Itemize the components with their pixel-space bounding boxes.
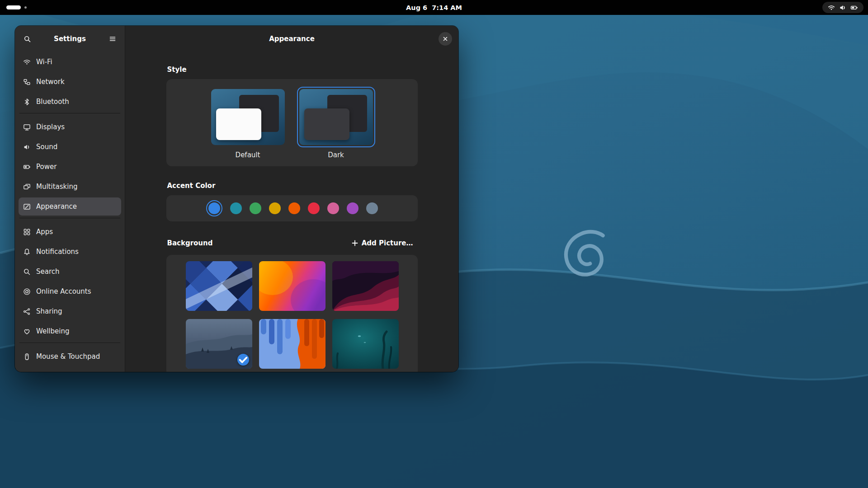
- sidebar-item-wellbeing[interactable]: Wellbeing: [19, 322, 121, 340]
- sidebar-item-mouse-touchpad[interactable]: Mouse & Touchpad: [19, 347, 121, 366]
- sidebar-item-notifications[interactable]: Notifications: [19, 243, 121, 261]
- background-section-header: Background Add Picture…: [167, 237, 417, 249]
- sidebar-item-apps[interactable]: Apps: [19, 223, 121, 241]
- accent-swatch-pink[interactable]: [327, 202, 339, 214]
- main-menu-button[interactable]: [105, 31, 120, 47]
- sound-icon: [23, 143, 31, 151]
- background-section-label: Background: [167, 239, 213, 247]
- style-card: Default Dark: [166, 79, 418, 166]
- background-grid: [166, 255, 418, 372]
- sidebar-item-displays[interactable]: Displays: [19, 118, 121, 136]
- style-option-label: Dark: [328, 151, 344, 159]
- sidebar-item-multitasking[interactable]: Multitasking: [19, 178, 121, 196]
- wallpaper-thumb-blue-orange-drips[interactable]: [259, 319, 326, 369]
- workspace-dot-icon: [24, 6, 27, 9]
- appearance-content: Style Default: [166, 52, 418, 372]
- sidebar-item-appearance[interactable]: Appearance: [19, 197, 121, 216]
- sidebar-item-network[interactable]: Network: [19, 73, 121, 91]
- sidebar-item-label: Apps: [36, 228, 53, 236]
- wallpaper-thumb-blue-dunes[interactable]: [186, 319, 252, 369]
- sidebar-item-wifi[interactable]: Wi-Fi: [19, 53, 121, 71]
- add-picture-button[interactable]: Add Picture…: [348, 237, 417, 249]
- sidebar-item-label: Appearance: [36, 202, 77, 211]
- settings-sidebar: Settings Wi-Fi Network: [15, 26, 125, 372]
- sidebar-item-label: Power: [36, 163, 57, 171]
- wallpaper-thumb-geometric-blue[interactable]: [186, 261, 252, 311]
- date-label: Aug 6: [406, 4, 427, 11]
- style-option-dark[interactable]: Dark: [297, 87, 375, 159]
- style-dark-frame-selected: [297, 87, 375, 147]
- accent-section-label: Accent Color: [167, 182, 418, 190]
- power-icon: [23, 163, 31, 171]
- wellbeing-heart-icon: [23, 328, 31, 335]
- sidebar-item-search[interactable]: Search: [19, 263, 121, 281]
- accent-swatch-red[interactable]: [308, 202, 320, 214]
- clock-menu[interactable]: Aug 6 7:14 AM: [400, 0, 468, 15]
- accent-swatch-yellow[interactable]: [269, 202, 281, 214]
- wallpaper-art-dark-red-waves: [332, 261, 399, 311]
- style-option-label: Default: [236, 151, 260, 159]
- preview-front-window-light: [216, 108, 261, 140]
- style-option-default[interactable]: Default: [209, 87, 287, 159]
- accent-swatch-orange[interactable]: [288, 202, 300, 214]
- top-bar: Aug 6 7:14 AM: [0, 0, 868, 15]
- search-button[interactable]: [19, 31, 35, 47]
- sidebar-item-label: Displays: [36, 123, 65, 131]
- active-workspace-pill-icon: [6, 5, 21, 9]
- sidebar-item-label: Notifications: [36, 248, 79, 256]
- style-dark-preview: [299, 89, 373, 145]
- bell-icon: [23, 248, 31, 256]
- wifi-icon: [828, 4, 835, 11]
- time-label: 7:14 AM: [432, 4, 462, 11]
- sidebar-item-label: Multitasking: [36, 183, 77, 191]
- battery-icon: [850, 4, 858, 11]
- accent-swatch-green[interactable]: [250, 202, 261, 214]
- sidebar-item-label: Mouse & Touchpad: [36, 352, 100, 361]
- wallpaper-thumb-dark-red-waves[interactable]: [332, 261, 399, 311]
- wallpaper-thumb-teal-underwater[interactable]: [332, 319, 399, 369]
- accent-swatch-purple[interactable]: [347, 202, 359, 214]
- accent-swatch-slate[interactable]: [366, 202, 378, 214]
- sidebar-item-sharing[interactable]: Sharing: [19, 302, 121, 320]
- sidebar-item-sound[interactable]: Sound: [19, 138, 121, 156]
- sidebar-item-online-accounts[interactable]: Online Accounts: [19, 282, 121, 300]
- wallpaper-thumb-orange-purple-gradient[interactable]: [259, 261, 326, 311]
- search-icon: [24, 35, 31, 43]
- window-header: Appearance: [125, 26, 458, 52]
- wifi-icon: [23, 58, 31, 66]
- accent-swatch-blue-selected[interactable]: [206, 200, 222, 216]
- appearance-icon: [23, 203, 31, 211]
- system-status-menu[interactable]: [822, 2, 863, 13]
- wallpaper-art-orange-purple: [259, 261, 326, 311]
- hamburger-menu-icon: [109, 35, 116, 42]
- wallpaper-art-blue-orange-drips: [259, 319, 326, 369]
- debian-swirl-logo: [557, 228, 612, 283]
- sidebar-separator: [19, 113, 120, 113]
- sharing-icon: [23, 308, 31, 315]
- add-picture-label: Add Picture…: [362, 239, 413, 247]
- sidebar-item-label: Bluetooth: [36, 98, 69, 106]
- wallpaper-art-geometric-blue: [186, 261, 252, 311]
- sidebar-item-power[interactable]: Power: [19, 158, 121, 176]
- sidebar-item-label: Wi-Fi: [36, 58, 52, 66]
- sidebar-separator: [19, 218, 120, 218]
- sidebar-item-label: Sharing: [36, 307, 62, 315]
- check-icon: [237, 354, 249, 366]
- sidebar-item-bluetooth[interactable]: Bluetooth: [19, 93, 121, 111]
- sidebar-separator: [19, 343, 120, 343]
- volume-icon: [839, 4, 846, 11]
- search-icon: [23, 268, 31, 276]
- sidebar-item-label: Online Accounts: [36, 287, 91, 296]
- selected-wallpaper-check-badge: [237, 354, 249, 366]
- apps-grid-icon: [23, 228, 31, 236]
- accent-swatch-blue[interactable]: [208, 202, 220, 214]
- style-default-preview: [211, 89, 285, 145]
- close-button[interactable]: [439, 32, 452, 46]
- sidebar-item-label: Sound: [36, 143, 57, 151]
- accent-swatch-teal[interactable]: [230, 202, 242, 214]
- workspace-indicator[interactable]: [6, 0, 27, 15]
- sidebar-title: Settings: [35, 35, 105, 43]
- online-accounts-icon: [23, 288, 31, 296]
- plus-icon: [352, 240, 358, 246]
- settings-window: Settings Wi-Fi Network: [15, 26, 458, 372]
